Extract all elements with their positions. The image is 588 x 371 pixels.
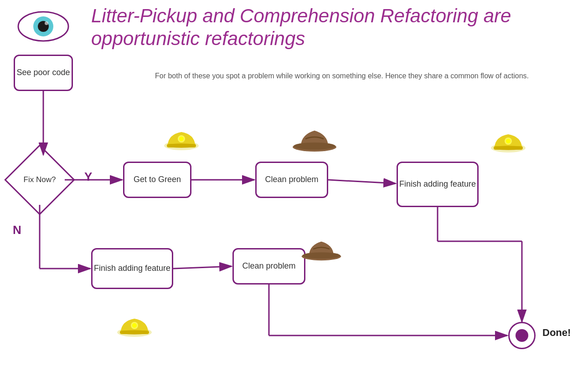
svg-point-15: [506, 139, 511, 143]
clean-problem-bottom-box: Clean problem: [232, 248, 305, 285]
svg-line-27: [328, 180, 396, 183]
fedora-brown-1: [292, 121, 337, 152]
svg-point-22: [132, 323, 137, 328]
fedora-brown-2: [301, 232, 342, 262]
page-title: Litter-Pickup and Comprehension Refactor…: [91, 5, 579, 51]
svg-point-20: [120, 330, 149, 335]
svg-point-13: [494, 146, 523, 150]
yes-label: Y: [84, 170, 92, 184]
eye-icon: [14, 8, 73, 45]
clean-problem-top-box: Clean problem: [255, 162, 328, 198]
svg-point-17: [303, 252, 340, 259]
finish-adding-top-box: Finish adding feature: [397, 162, 479, 207]
done-circle: [508, 322, 536, 349]
svg-point-3: [45, 21, 48, 25]
svg-line-33: [173, 266, 232, 269]
svg-point-6: [167, 143, 196, 148]
hardhat-yellow-2: [490, 125, 526, 155]
finish-adding-bottom-box: Finish adding feature: [91, 248, 173, 289]
fix-now-diamond: Fix Now?: [15, 155, 65, 205]
see-poor-code-box: See poor code: [14, 55, 73, 91]
get-to-green-box: Get to Green: [123, 162, 191, 198]
done-label: Done!: [542, 327, 571, 339]
svg-point-8: [179, 137, 184, 141]
done-inner-circle: [516, 329, 528, 342]
hardhat-yellow-1: [163, 123, 200, 152]
subtitle-text: For both of these you spot a problem whi…: [155, 71, 529, 81]
no-label: N: [13, 223, 21, 237]
hardhat-yellow-3: [116, 310, 153, 339]
svg-point-10: [294, 142, 335, 150]
